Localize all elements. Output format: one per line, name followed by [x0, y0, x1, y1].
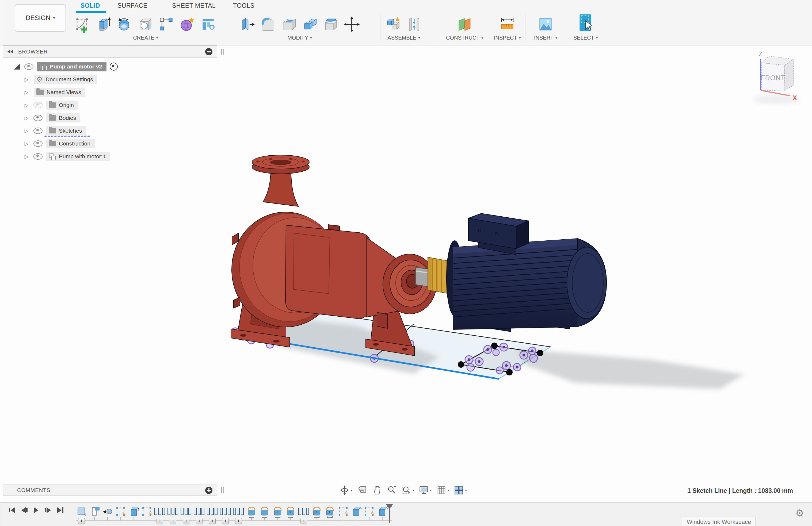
browser-row-document-settings[interactable]: ▷ ⚙ Document Settings: [3, 73, 97, 86]
browser-row-sketches[interactable]: ▷ Sketches: [3, 125, 86, 137]
timeline-feature-joint[interactable]: [246, 506, 257, 517]
timeline-group-expand-button[interactable]: +: [157, 518, 163, 524]
rectangular-pattern-icon[interactable]: [158, 16, 175, 33]
comments-panel-drag-handle[interactable]: [221, 487, 224, 493]
timeline-feature-insert[interactable]: [76, 506, 87, 517]
timeline-group-expand-button[interactable]: +: [196, 518, 203, 524]
timeline-feature-rigid[interactable]: [298, 506, 309, 517]
row-chip[interactable]: Pump with motor:1: [46, 151, 110, 161]
timeline-feature-joint[interactable]: [324, 506, 335, 517]
root-component-chip[interactable]: Pump and motor v2: [37, 62, 106, 71]
extrude-icon[interactable]: [96, 16, 112, 33]
press-pull-icon[interactable]: [239, 16, 256, 33]
browser-row-origin[interactable]: ▷ Origin: [3, 99, 78, 111]
revolve-icon[interactable]: [116, 16, 133, 33]
row-chip[interactable]: Construction: [46, 139, 95, 148]
expander-icon[interactable]: ▷: [23, 89, 30, 96]
tab-tools[interactable]: TOOLS: [233, 2, 255, 9]
browser-root-row[interactable]: Pump and motor v2: [3, 60, 118, 73]
tab-surface[interactable]: SURFACE: [117, 2, 147, 9]
browser-row-pump-with-motor[interactable]: ▷ Pump with motor:1: [3, 150, 110, 163]
timeline-group-expand-button[interactable]: +: [235, 518, 242, 524]
tab-sheet-metal[interactable]: SHEET METAL: [172, 2, 216, 9]
timeline-group-expand-button[interactable]: +: [170, 518, 176, 524]
measure-icon[interactable]: [499, 16, 516, 33]
expander-icon[interactable]: ▷: [23, 102, 30, 108]
orbit-tool[interactable]: ▾: [339, 485, 353, 495]
expander-icon[interactable]: ▷: [23, 76, 30, 83]
row-chip[interactable]: ⚙ Document Settings: [34, 75, 97, 84]
construct-group-label[interactable]: CONSTRUCT▾: [446, 35, 483, 41]
timeline-feature-joint[interactable]: [311, 506, 322, 517]
fillet-icon[interactable]: [260, 16, 277, 33]
timeline-playhead[interactable]: [389, 505, 390, 523]
viewports-tool[interactable]: ▾: [454, 485, 467, 495]
timeline-feature-extrude[interactable]: [377, 506, 388, 517]
create-group-label[interactable]: CREATE▾: [133, 35, 158, 41]
expander-icon[interactable]: ▷: [23, 141, 30, 147]
fit-tool[interactable]: ▾: [401, 485, 415, 495]
step-forward-button[interactable]: [45, 507, 51, 513]
insert-group-label[interactable]: INSERT▾: [534, 35, 557, 41]
timeline-feature-sketch[interactable]: ✎: [115, 506, 126, 517]
timeline-feature-rigid[interactable]: [168, 506, 178, 517]
timeline-feature-joint[interactable]: [272, 506, 283, 517]
timeline-feature-rigid[interactable]: [220, 506, 231, 517]
browser-row-construction[interactable]: ▷ Construction: [3, 137, 95, 150]
timeline-feature-sketch[interactable]: ✎: [338, 506, 348, 517]
grid-snap-tool[interactable]: ▾: [436, 485, 449, 495]
visibility-eye-off-icon[interactable]: [33, 102, 43, 108]
row-chip[interactable]: Origin: [46, 101, 78, 109]
timeline-feature-rigid[interactable]: [154, 506, 165, 517]
workspace-selector[interactable]: DESIGN ▾: [15, 4, 66, 32]
assemble-group-label[interactable]: ASSEMBLE▾: [387, 35, 420, 41]
shell-icon[interactable]: [281, 16, 298, 33]
browser-row-bodies[interactable]: ▷ Bodies: [3, 112, 80, 124]
zoom-tool[interactable]: ±: [387, 485, 397, 495]
split-body-icon[interactable]: [323, 16, 339, 33]
expander-icon[interactable]: ▷: [23, 115, 30, 121]
timeline-group-expand-button[interactable]: +: [183, 518, 189, 524]
create-sketch-icon[interactable]: [75, 16, 91, 33]
timeline-feature-rigid[interactable]: [233, 506, 244, 517]
timeline-feature-rigid[interactable]: [194, 506, 204, 517]
look-at-tool[interactable]: [357, 485, 367, 495]
timeline-feature-sketch[interactable]: ✎: [142, 506, 152, 517]
select-group-label[interactable]: SELECT▾: [574, 35, 598, 41]
timeline-group-expand-button[interactable]: +: [301, 518, 307, 524]
row-chip[interactable]: Named Views: [34, 88, 85, 97]
create-form-icon[interactable]: [179, 16, 195, 33]
visibility-eye-icon[interactable]: [33, 141, 43, 147]
timeline-feature-rigid[interactable]: [180, 506, 191, 517]
settings-gear-icon[interactable]: ⚙: [795, 508, 804, 519]
timeline-feature-extrude[interactable]: [351, 506, 361, 517]
modify-group-label[interactable]: MODIFY▾: [287, 35, 312, 41]
go-to-end-button[interactable]: [57, 507, 63, 513]
construction-plane-icon[interactable]: [456, 16, 473, 33]
visibility-eye-icon[interactable]: [33, 128, 43, 134]
hole-icon[interactable]: [137, 16, 154, 33]
row-chip[interactable]: Bodies: [46, 113, 80, 122]
pan-tool[interactable]: [372, 485, 382, 495]
viewcube[interactable]: FRONT RIGHT Z X: [753, 50, 812, 424]
timeline-feature-joint[interactable]: [259, 506, 270, 517]
window-select-icon[interactable]: [577, 13, 595, 33]
timeline-feature-ground[interactable]: [89, 506, 100, 517]
new-component-icon[interactable]: [385, 16, 402, 33]
display-settings-tool[interactable]: ▾: [419, 485, 432, 495]
play-button[interactable]: [34, 507, 38, 513]
inspect-group-label[interactable]: INSPECT▾: [494, 35, 521, 41]
browser-panel-header[interactable]: BROWSER: [3, 45, 217, 58]
timeline-group-expand-button[interactable]: +: [222, 518, 229, 524]
add-comment-button[interactable]: [205, 487, 213, 494]
viewport-canvas[interactable]: FRONT RIGHT Z X: [0, 0, 812, 526]
timeline-feature-rigid[interactable]: [207, 506, 218, 517]
tab-solid[interactable]: SOLID: [81, 2, 100, 9]
timeline-feature-sketch[interactable]: ✎: [364, 506, 375, 517]
browser-panel-drag-handle[interactable]: [221, 49, 224, 55]
visibility-eye-icon[interactable]: [24, 63, 33, 70]
browser-collapse-all-button[interactable]: [205, 48, 213, 55]
timeline-scrubber-track[interactable]: [76, 521, 392, 521]
expander-icon[interactable]: ▷: [23, 128, 30, 134]
row-chip[interactable]: Sketches: [46, 126, 86, 135]
